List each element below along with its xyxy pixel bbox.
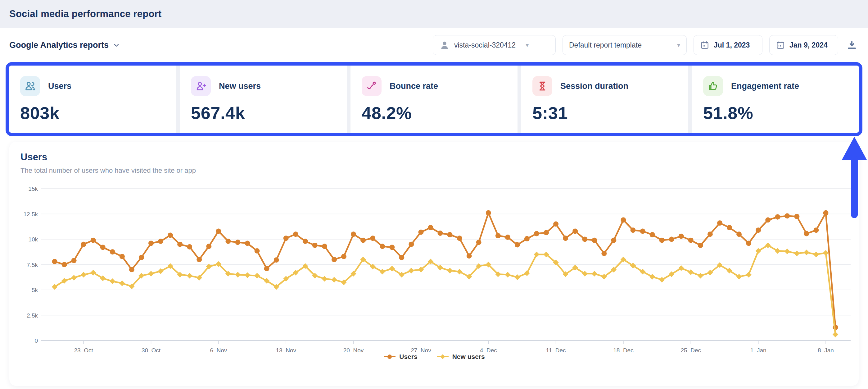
- svg-text:20. Nov: 20. Nov: [343, 347, 364, 353]
- metric-value: 51.8%: [703, 103, 848, 123]
- chart-subtitle: The total number of users who have visit…: [21, 167, 847, 175]
- page-header: Social media performance report: [0, 0, 868, 28]
- svg-text:2.5k: 2.5k: [27, 312, 38, 319]
- reports-dropdown[interactable]: Google Analytics reports: [9, 40, 120, 50]
- thumbs-up-icon: [703, 76, 723, 96]
- metric-label: Users: [48, 81, 71, 91]
- person-icon: [439, 40, 450, 50]
- svg-text:30. Oct: 30. Oct: [142, 347, 161, 353]
- chart-legend: Users New users: [9, 353, 859, 360]
- chevron-down-icon: [113, 41, 120, 49]
- metric-value: 48.2%: [362, 103, 506, 123]
- date-end-field[interactable]: Jan 9, 2024: [769, 35, 838, 55]
- legend-label: New users: [452, 353, 485, 360]
- metric-card-new-users[interactable]: New users 567.4k: [180, 65, 347, 133]
- svg-text:23. Oct: 23. Oct: [74, 347, 93, 353]
- calendar-icon: [700, 40, 709, 50]
- template-select[interactable]: Default report template ▾: [562, 35, 687, 55]
- bounce-icon: [362, 76, 381, 96]
- toolbar: Google Analytics reports vista-social-32…: [0, 28, 868, 62]
- metrics-row: Users 803k New users 567.4k: [9, 65, 859, 133]
- users-icon: [20, 76, 40, 96]
- date-start-value: Jul 1, 2023: [714, 41, 750, 49]
- caret-down-icon: ▾: [677, 41, 680, 49]
- legend-label: Users: [399, 353, 417, 360]
- users-line-chart[interactable]: 02.5k5k7.5k10k12.5k15k23. Oct30. Oct6. N…: [9, 179, 859, 353]
- download-icon: [846, 39, 858, 51]
- metric-value: 5:31: [532, 103, 677, 123]
- svg-text:6. Nov: 6. Nov: [210, 347, 227, 353]
- metric-label: New users: [219, 81, 261, 91]
- svg-text:10k: 10k: [28, 236, 38, 243]
- svg-text:1. Jan: 1. Jan: [750, 347, 767, 353]
- new-users-series-marker-icon: [436, 354, 449, 360]
- svg-text:12.5k: 12.5k: [24, 211, 38, 218]
- svg-text:15k: 15k: [28, 186, 38, 192]
- hourglass-icon: [532, 76, 552, 96]
- calendar-icon: [776, 40, 785, 50]
- users-chart-card: Users The total number of users who have…: [9, 142, 859, 386]
- legend-item-new-users[interactable]: New users: [436, 353, 485, 360]
- metric-card-session-duration[interactable]: Session duration 5:31: [521, 65, 688, 133]
- page-title: Social media performance report: [9, 8, 161, 20]
- metric-card-users[interactable]: Users 803k: [9, 65, 176, 133]
- download-button[interactable]: [845, 38, 859, 52]
- user-plus-icon: [191, 76, 211, 96]
- reports-dropdown-label: Google Analytics reports: [9, 40, 108, 50]
- users-series-marker-icon: [383, 354, 396, 360]
- metric-value: 803k: [20, 103, 165, 123]
- metric-label: Engagement rate: [731, 81, 799, 91]
- caret-down-icon: ▾: [526, 41, 529, 49]
- date-end-value: Jan 9, 2024: [789, 41, 828, 49]
- svg-text:27. Nov: 27. Nov: [411, 347, 431, 353]
- svg-text:7.5k: 7.5k: [27, 261, 38, 268]
- metrics-highlight-box: Users 803k New users 567.4k: [6, 62, 862, 136]
- svg-text:5k: 5k: [32, 287, 38, 293]
- template-select-value: Default report template: [569, 41, 642, 49]
- metric-card-engagement-rate[interactable]: Engagement rate 51.8%: [692, 65, 859, 133]
- svg-text:0: 0: [34, 337, 38, 344]
- legend-item-users[interactable]: Users: [383, 353, 417, 360]
- toolbar-right: vista-social-320412 ▾ Default report tem…: [433, 35, 859, 55]
- account-select-value: vista-social-320412: [454, 41, 516, 49]
- svg-text:25. Dec: 25. Dec: [681, 347, 701, 353]
- content-area: Google Analytics reports vista-social-32…: [0, 28, 868, 389]
- account-select[interactable]: vista-social-320412 ▾: [433, 35, 556, 55]
- metric-label: Session duration: [560, 81, 628, 91]
- chart-title: Users: [21, 151, 847, 163]
- metric-card-bounce-rate[interactable]: Bounce rate 48.2%: [350, 65, 518, 133]
- date-start-field[interactable]: Jul 1, 2023: [693, 35, 763, 55]
- annotation-arrow-up: [842, 137, 867, 220]
- metric-label: Bounce rate: [390, 81, 438, 91]
- svg-text:11. Dec: 11. Dec: [546, 347, 566, 353]
- metric-value: 567.4k: [191, 103, 336, 123]
- svg-text:4. Dec: 4. Dec: [480, 347, 497, 353]
- svg-text:18. Dec: 18. Dec: [613, 347, 633, 353]
- svg-text:8. Jan: 8. Jan: [818, 347, 834, 353]
- svg-text:13. Nov: 13. Nov: [276, 347, 296, 353]
